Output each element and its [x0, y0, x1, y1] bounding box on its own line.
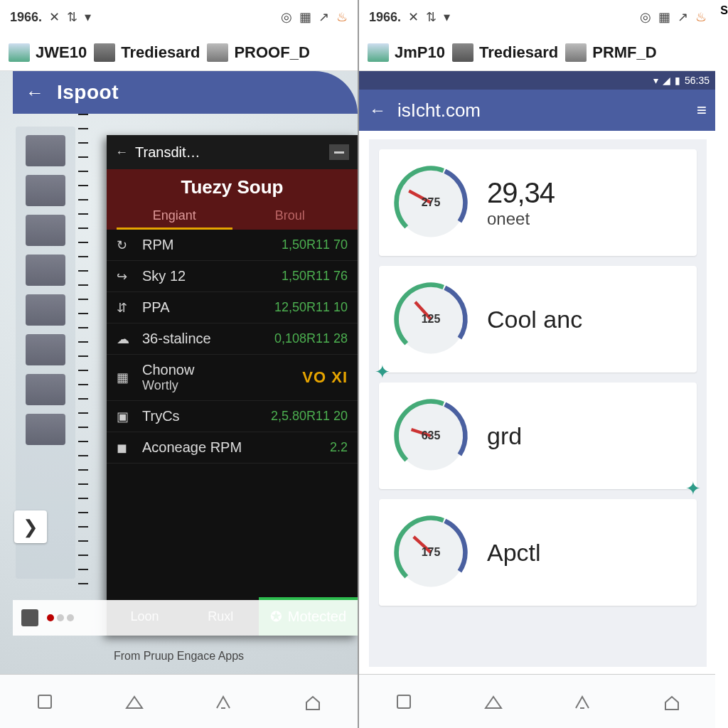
swap-icon: ⇵: [117, 300, 135, 316]
gauge-card[interactable]: 635 grd: [379, 382, 697, 489]
caption-text: From Pruup Engace Apps: [0, 650, 358, 663]
battery-icon: ▮: [675, 75, 680, 86]
metric-row[interactable]: ↪Sky 121,50R11 76: [107, 261, 358, 292]
chevron-right-icon[interactable]: ❯: [14, 510, 47, 543]
hamburger-icon[interactable]: ≡: [697, 100, 707, 120]
right-phone: 1966. ✕ ⇅ ▾ ◎ ▦ ↗ ♨ JmP10 Trediesard PRM…: [359, 0, 717, 728]
rail-item[interactable]: [26, 414, 65, 445]
grid-icon: ▦: [117, 370, 135, 385]
page-dots: [46, 611, 75, 624]
left-app-body: ← Ispoot ❯ ← Transdit…: [0, 71, 358, 728]
right-app-body: ▾ ◢ ▮ 56:35 ← isIcht.com ≡ 275 29,34: [359, 71, 717, 728]
back-icon[interactable]: ←: [26, 82, 44, 104]
wifi-icon: ▾: [653, 75, 658, 86]
card-label: grd: [487, 422, 684, 450]
metric-row[interactable]: ↻RPM1,50R11 70: [107, 230, 358, 261]
rail-item[interactable]: [26, 255, 65, 286]
keyboard-icon[interactable]: ▦: [299, 9, 311, 25]
tab-proofd[interactable]: PROOF_D: [207, 43, 309, 62]
metric-row[interactable]: ▦ChonowWortlyVO XI: [107, 355, 358, 401]
recent-apps-button[interactable]: [31, 688, 58, 715]
gauge-icon: 635: [392, 397, 470, 475]
metrics-list: ↻RPM1,50R11 70 ↪Sky 121,50R11 76 ⇵PPA12,…: [107, 230, 358, 597]
metric-label: TryCs: [142, 408, 271, 424]
browser-topbar: 1966. ✕ ⇅ ▾ ◎ ▦ ↗ ♨: [0, 0, 358, 34]
wand-icon[interactable]: ↗: [318, 9, 329, 25]
metric-row[interactable]: ☁36-stalince0,108R11 28: [107, 323, 358, 355]
rail-item[interactable]: [26, 135, 65, 166]
tab-label: PRMF_D: [592, 43, 656, 62]
flame-icon[interactable]: ♨: [695, 9, 707, 25]
home-button[interactable]: [480, 688, 507, 715]
panel-header: ← Transdit…: [107, 135, 358, 169]
rail-item[interactable]: [26, 374, 65, 405]
tab-broul[interactable]: Broul: [232, 204, 348, 230]
minimize-icon[interactable]: [329, 144, 349, 160]
gauge-card[interactable]: 125 Cool anc: [379, 266, 697, 373]
dropdown-icon[interactable]: ▾: [444, 9, 450, 25]
gauge-cards[interactable]: 275 29,34 oneet 125 Cool anc: [369, 139, 707, 667]
tab-label: Trediesard: [479, 43, 558, 62]
home-button[interactable]: [121, 688, 148, 715]
gauge-icon: 125: [392, 280, 470, 358]
back-button[interactable]: [210, 688, 237, 715]
back-button[interactable]: [569, 688, 596, 715]
browser-tabs: JWE10 Trediesard PROOF_D: [0, 34, 358, 71]
close-icon[interactable]: ✕: [49, 9, 60, 25]
app-title: Ispoot: [57, 81, 119, 104]
home-alt-button[interactable]: [299, 688, 326, 715]
sort-icon[interactable]: ⇅: [426, 9, 437, 25]
tab-jwe10[interactable]: JWE10: [9, 43, 87, 62]
rail-item[interactable]: [26, 334, 65, 365]
flame-icon[interactable]: ♨: [336, 9, 348, 25]
gauge-value: 275: [392, 164, 470, 242]
rail-item[interactable]: [26, 294, 65, 326]
card-sub-label: oneet: [487, 209, 684, 229]
wand-icon[interactable]: ↗: [678, 9, 688, 25]
shield-icon[interactable]: ◎: [640, 9, 651, 25]
metric-label: Aconeage RPM: [142, 439, 330, 456]
status-time: 56:35: [685, 75, 710, 86]
metric-row[interactable]: ▣TryCs2,5.80R11 20: [107, 401, 358, 432]
gauge-card[interactable]: 275 29,34 oneet: [379, 149, 697, 256]
tab-jmp10[interactable]: JmP10: [368, 43, 445, 62]
sort-icon[interactable]: ⇅: [67, 9, 77, 25]
layers-icon[interactable]: [21, 609, 38, 626]
metric-label: 36-stalince: [142, 331, 274, 347]
dropdown-icon[interactable]: ▾: [85, 9, 91, 25]
cloud-icon: ☁: [117, 331, 135, 347]
card-big-value: 29,34: [487, 177, 684, 209]
recent-apps-button[interactable]: [390, 688, 417, 715]
metric-row[interactable]: ⇵PPA12,50R11 10: [107, 292, 358, 323]
system-navbar: [359, 674, 717, 728]
left-phone: 1966. ✕ ⇅ ▾ ◎ ▦ ↗ ♨ JWE10 Trediesard PRO…: [0, 0, 358, 728]
svg-rect-0: [38, 695, 51, 708]
browser-topbar-right: 1966. ✕ ⇅ ▾ ◎ ▦ ↗ ♨: [359, 0, 717, 34]
refresh-icon: ↻: [117, 237, 135, 253]
rail-item[interactable]: [26, 175, 65, 206]
gauge-card[interactable]: 175 Apctl: [379, 499, 697, 606]
close-icon[interactable]: ✕: [408, 9, 419, 25]
tab-prmfd[interactable]: PRMF_D: [565, 43, 656, 62]
sparkle-icon: [375, 361, 390, 377]
metric-value: 0,108R11 28: [274, 331, 348, 346]
shield-icon[interactable]: ◎: [281, 9, 292, 25]
tab-engiant[interactable]: Engiant: [117, 204, 232, 230]
rail-item[interactable]: [26, 215, 65, 246]
data-panel: ← Transdit… Tuezy Soup Engiant Broul ↻RP…: [107, 135, 358, 636]
keyboard-icon[interactable]: ▦: [658, 9, 670, 25]
panel-back-icon[interactable]: ←: [115, 145, 128, 160]
ribbon-tabs: Engiant Broul: [117, 204, 348, 230]
arrow-icon: ↪: [117, 269, 135, 284]
metric-value: 1,50R11 70: [282, 237, 348, 252]
tab-trediesard[interactable]: Trediesard: [94, 43, 200, 62]
map-toolbar: [13, 600, 358, 636]
metric-value: 12,50R11 10: [274, 300, 348, 315]
home-alt-button[interactable]: [658, 688, 685, 715]
app-bar: ← Ispoot: [13, 71, 358, 114]
tab-trediesard[interactable]: Trediesard: [452, 43, 558, 62]
metric-row[interactable]: ◼Aconeage RPM2.2: [107, 432, 358, 464]
gauge-value: 175: [392, 513, 470, 592]
metric-label: PPA: [142, 299, 274, 316]
back-icon[interactable]: ←: [369, 100, 386, 120]
